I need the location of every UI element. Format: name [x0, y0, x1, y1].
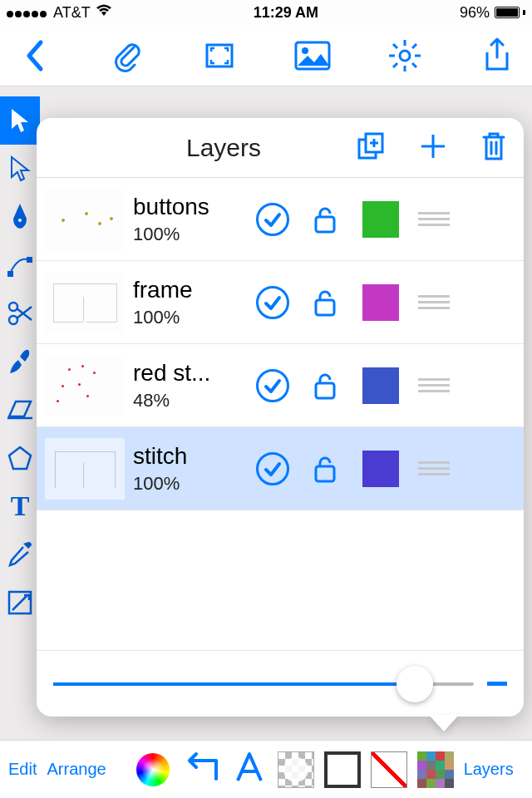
slider-thumb[interactable] — [397, 666, 433, 702]
svg-rect-14 — [27, 257, 32, 263]
text-style-button[interactable] — [231, 749, 268, 790]
battery-percent: 96% — [460, 4, 490, 22]
status-bar: AT&T 11:29 AM 96% — [0, 0, 532, 25]
layer-opacity: 100% — [133, 473, 241, 495]
transform-tool[interactable] — [0, 579, 40, 627]
drag-handle-icon[interactable] — [416, 461, 452, 475]
svg-point-3 — [400, 51, 410, 61]
svg-marker-20 — [9, 447, 31, 469]
pointer-tool[interactable] — [0, 96, 40, 145]
layer-row[interactable]: stitch 100% — [37, 427, 524, 510]
svg-line-9 — [412, 63, 416, 67]
layer-row[interactable]: buttons 100% — [37, 178, 524, 261]
layer-color-swatch[interactable] — [362, 201, 399, 238]
layer-color-swatch[interactable] — [362, 367, 399, 404]
layers-button[interactable]: Layers — [464, 760, 514, 779]
layer-color-swatch[interactable] — [362, 451, 399, 487]
svg-line-11 — [393, 63, 397, 67]
attach-button[interactable] — [101, 39, 154, 72]
layer-thumbnail — [45, 272, 125, 333]
edit-button[interactable]: Edit — [8, 760, 37, 779]
drag-handle-icon[interactable] — [416, 212, 452, 226]
layer-name: frame — [133, 277, 241, 303]
layer-opacity: 48% — [133, 390, 241, 411]
fill-swatch-button[interactable] — [371, 751, 407, 788]
wifi-icon — [96, 4, 112, 22]
layer-thumbnail — [45, 355, 125, 416]
layer-name: red st... — [133, 360, 241, 387]
layer-name: buttons — [133, 194, 241, 220]
visibility-toggle[interactable] — [256, 369, 289, 402]
svg-rect-28 — [316, 217, 334, 232]
eyedropper-tool[interactable] — [0, 530, 40, 579]
svg-line-18 — [17, 307, 32, 318]
delete-layer-button[interactable] — [480, 131, 507, 165]
add-layer-button[interactable] — [419, 132, 447, 164]
clock: 11:29 AM — [254, 4, 318, 22]
popover-header: Layers — [37, 118, 524, 178]
svg-line-8 — [393, 44, 397, 48]
layer-thumbnail — [45, 189, 125, 250]
signal-dots-icon — [7, 4, 48, 22]
undo-button[interactable] — [180, 751, 221, 788]
opacity-slider-row — [37, 650, 524, 717]
layer-thumbnail — [45, 438, 125, 500]
text-tool[interactable]: T — [0, 482, 40, 530]
battery-icon — [495, 7, 525, 18]
arrange-button[interactable]: Arrange — [47, 760, 106, 779]
layer-row[interactable]: frame 100% — [37, 261, 524, 344]
settings-button[interactable] — [378, 38, 431, 73]
minus-icon[interactable] — [487, 682, 507, 686]
direct-select-tool[interactable] — [0, 145, 40, 193]
image-button[interactable] — [286, 41, 339, 71]
lock-toggle[interactable] — [311, 205, 339, 234]
svg-rect-30 — [316, 383, 334, 398]
visibility-toggle[interactable] — [256, 286, 289, 319]
lock-toggle[interactable] — [311, 288, 339, 317]
lock-toggle[interactable] — [311, 455, 339, 483]
svg-line-10 — [412, 44, 416, 48]
opacity-slider[interactable] — [53, 682, 474, 686]
layer-row[interactable]: red st... 48% — [37, 344, 524, 427]
svg-line-17 — [17, 308, 32, 320]
carrier-label: AT&T — [53, 4, 91, 22]
svg-point-12 — [18, 219, 22, 222]
drag-handle-icon[interactable] — [416, 295, 452, 309]
svg-point-2 — [302, 47, 308, 54]
layer-opacity: 100% — [133, 307, 241, 328]
svg-rect-13 — [7, 271, 13, 277]
layer-opacity: 100% — [133, 224, 241, 245]
share-button[interactable] — [470, 37, 524, 74]
node-tool[interactable] — [0, 241, 40, 289]
layers-popover: Layers buttons 100% — [37, 118, 524, 717]
svg-rect-29 — [316, 300, 334, 315]
eraser-tool[interactable] — [0, 386, 40, 434]
visibility-toggle[interactable] — [256, 452, 289, 485]
visibility-toggle[interactable] — [256, 203, 289, 236]
svg-rect-31 — [316, 466, 334, 481]
layer-name: stitch — [133, 443, 241, 470]
brush-tool[interactable] — [0, 337, 40, 386]
shape-tool[interactable] — [0, 434, 40, 482]
layer-color-swatch[interactable] — [362, 284, 399, 321]
scissors-tool[interactable] — [0, 289, 40, 337]
pen-tool[interactable] — [0, 193, 40, 241]
color-wheel-button[interactable] — [136, 753, 170, 786]
top-toolbar — [0, 25, 532, 86]
side-tool-strip: T — [0, 96, 40, 627]
popover-title: Layers — [186, 134, 261, 162]
palette-button[interactable] — [417, 751, 454, 788]
stroke-swatch-button[interactable] — [324, 751, 361, 788]
drag-handle-icon[interactable] — [416, 378, 452, 392]
bottom-toolbar: Edit Arrange Layers — [0, 740, 532, 798]
lock-toggle[interactable] — [311, 372, 339, 400]
fullscreen-button[interactable] — [193, 39, 246, 72]
svg-point-15 — [9, 303, 17, 311]
back-button[interactable] — [8, 39, 62, 72]
duplicate-layer-button[interactable] — [356, 131, 386, 165]
svg-point-16 — [9, 316, 17, 324]
opacity-swatch-button[interactable] — [278, 751, 314, 788]
